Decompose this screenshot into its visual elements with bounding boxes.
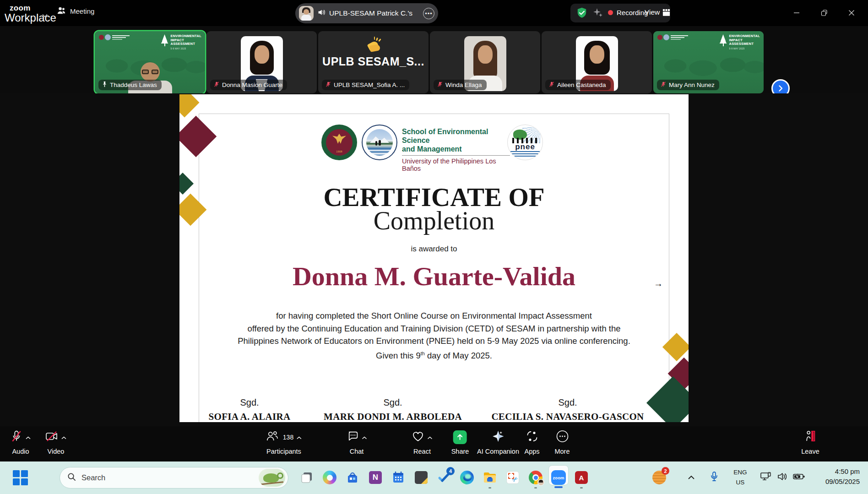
onenote-icon[interactable]: N (368, 470, 383, 485)
copilot-icon[interactable] (322, 470, 337, 485)
participant-tile-sofia[interactable]: UPLB SESAM_S... UPLB SESAM_Sofia A. ... (318, 31, 429, 93)
search-icon (67, 472, 76, 483)
more-button[interactable]: More (554, 430, 570, 455)
share-button[interactable]: Share (451, 430, 469, 455)
meeting-tab-label: Meeting (70, 7, 94, 15)
tray-app-icon[interactable]: 2 (652, 471, 666, 484)
participant-name-pill: Donna Masion Guarte (210, 80, 287, 90)
chat-caret-icon[interactable] (362, 433, 367, 441)
speaker-icon (317, 9, 326, 18)
chat-icon (347, 430, 359, 444)
participant-tile-winda[interactable]: Winda Ellaga (430, 31, 540, 93)
participant-name-pill: Thaddeus Lawas (98, 80, 162, 90)
recording-label: Recording (617, 9, 648, 16)
muted-mic-icon (548, 81, 555, 89)
video-caret-icon[interactable] (61, 433, 66, 441)
view-grid-icon[interactable] (662, 9, 670, 18)
leave-icon (804, 430, 817, 445)
tray-mic-icon[interactable] (711, 472, 718, 483)
task-view-icon[interactable] (299, 470, 315, 485)
chrome-icon[interactable] (528, 470, 543, 485)
tray-language[interactable]: ENGUS (733, 467, 747, 488)
close-button[interactable] (845, 6, 858, 19)
participant-tile-thaddeus[interactable]: ENVIRONMENTALIMPACTASSESSMENT5-9 MAY 202… (95, 31, 205, 93)
clapping-hands-reaction-icon (365, 38, 382, 52)
shared-screen-stage: 1908 School of Environmental Scienceand … (0, 93, 868, 426)
tray-speaker-icon[interactable] (777, 472, 787, 483)
share-screen-icon (453, 430, 467, 444)
participant-tile-maryann[interactable]: ENVIRONMENTALIMPACTASSESSMENT5-9 MAY 202… (653, 31, 764, 93)
apps-icon (526, 430, 538, 444)
tree-icon (720, 34, 727, 46)
react-button[interactable]: React (412, 430, 433, 455)
security-shield-icon[interactable] (576, 7, 588, 21)
search-highlight-image[interactable] (259, 469, 285, 487)
more-icon (556, 430, 569, 445)
participants-caret-icon[interactable] (297, 433, 302, 441)
recording-dot-icon (608, 10, 613, 15)
taskbar-search-box[interactable]: Search (60, 467, 288, 489)
todo-icon[interactable]: 4 (436, 470, 452, 485)
banner-more-icon[interactable]: ••• (423, 8, 434, 19)
recipient-name: Donna M. Guarte-Valida (179, 261, 689, 292)
acrobat-icon[interactable]: A (574, 470, 589, 485)
ai-companion-button[interactable]: AI Companion (477, 430, 519, 455)
signature-block: Sgd. CECILIA S. NAVASERO-GASCON (481, 397, 655, 422)
title-bar: zoom Workplace Meeting UPLB-SESAM Patric… (0, 0, 868, 26)
sticky-notes-icon[interactable] (413, 470, 429, 485)
mic-muted-icon (11, 430, 22, 445)
awarded-line: is awarded to (179, 244, 689, 254)
react-caret-icon[interactable] (428, 433, 433, 441)
restore-button[interactable] (817, 6, 831, 19)
calendar-app-icon[interactable] (391, 470, 406, 485)
tab-meeting[interactable]: Meeting (57, 6, 94, 16)
participants-icon (266, 430, 279, 444)
workplace-logo: Workplace (5, 11, 56, 24)
tray-battery-icon[interactable] (793, 473, 805, 482)
zoom-app-icon[interactable]: zoom (551, 470, 566, 485)
sesam-seal-logo (362, 125, 397, 160)
zoom-running-indicator (554, 486, 563, 488)
audio-button[interactable]: Audio (11, 430, 31, 455)
participant-name-pill: Winda Ellaga (434, 80, 487, 90)
participant-display-name: UPLB SESAM_S... (318, 55, 429, 68)
participant-name-pill: Mary Ann Nunez (657, 80, 719, 90)
tray-chevron-icon[interactable] (688, 473, 695, 482)
muted-mic-icon (437, 81, 443, 89)
school-title-block: School of Environmental Scienceand Manag… (402, 127, 510, 172)
heart-icon (412, 431, 424, 444)
start-button[interactable] (13, 470, 28, 486)
participant-name-pill: Aileen Castaneda (545, 80, 611, 90)
view-button-label[interactable]: View (645, 8, 660, 16)
chat-button[interactable]: Chat (347, 430, 367, 455)
zoom-meeting-window: zoom Workplace Meeting UPLB-SESAM Patric… (0, 0, 868, 494)
certificate-body: for having completed the Short Online Co… (179, 309, 689, 362)
camera-off-icon (45, 430, 58, 444)
audio-caret-icon[interactable] (26, 433, 31, 441)
snipping-tool-icon[interactable]: ✂ (505, 470, 521, 485)
tree-icon (161, 34, 168, 46)
tray-clock[interactable]: 4:50 pm09/05/2025 (825, 467, 860, 487)
tray-network-icon[interactable] (760, 472, 771, 483)
video-strip: ENVIRONMENTALIMPACTASSESSMENT5-9 MAY 202… (0, 26, 868, 93)
minimize-button[interactable] (790, 6, 803, 19)
meeting-people-icon (57, 6, 66, 16)
participant-tile-donna[interactable]: Donna Masion Guarte (206, 31, 317, 93)
muted-mic-icon (325, 81, 331, 89)
file-explorer-icon[interactable] (482, 470, 498, 485)
muted-mic-icon (660, 81, 667, 89)
up-seal-logo: 1908 (321, 125, 357, 160)
muted-mic-icon (213, 81, 220, 89)
ai-sparkle-icon[interactable] (592, 7, 603, 20)
participants-button[interactable]: 138 Participants (266, 430, 302, 455)
shared-screen-banner[interactable]: UPLB-SESAM Patrick C.'s scre ••• (295, 3, 438, 23)
edge-icon[interactable] (459, 470, 475, 485)
microsoft-store-icon[interactable] (345, 470, 360, 485)
presenter-avatar (299, 6, 314, 21)
leave-button[interactable]: Leave (801, 430, 819, 455)
workspace-chevron-icon[interactable] (42, 11, 48, 19)
video-button[interactable]: Video (45, 430, 66, 455)
certificate-document: 1908 School of Environmental Scienceand … (179, 94, 689, 422)
apps-button[interactable]: Apps (524, 430, 539, 455)
participant-tile-aileen[interactable]: Aileen Castaneda (542, 31, 652, 93)
